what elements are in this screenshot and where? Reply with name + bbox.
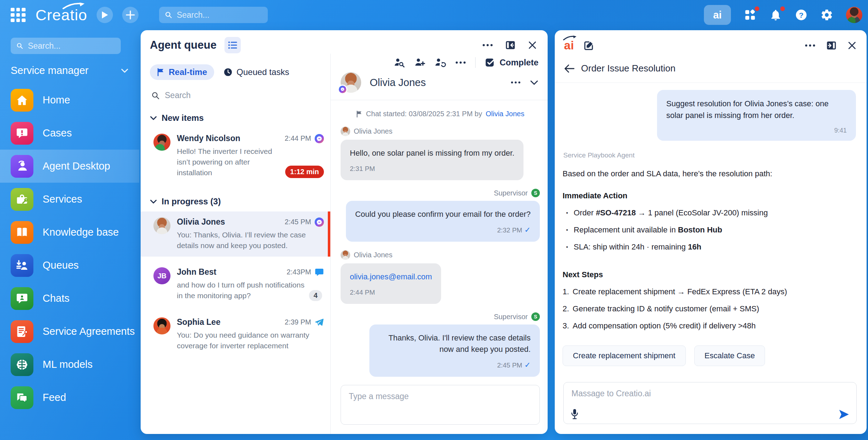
message-bubble-in: olivia.jones@email.com 2:44 PM xyxy=(341,263,441,304)
services-icon xyxy=(11,188,33,211)
contact-link[interactable]: Olivia Jones xyxy=(485,110,524,118)
panel-window-controls xyxy=(482,40,537,50)
avatar xyxy=(153,134,170,151)
sidebar-item-knowledge-base[interactable]: Knowledge base xyxy=(0,216,139,249)
chat-composer[interactable] xyxy=(341,385,540,425)
play-button[interactable] xyxy=(97,7,113,23)
copilot-button[interactable]: ai xyxy=(704,5,731,25)
ai-heading-immediate: Immediate Action xyxy=(563,191,856,200)
sidebar-item-services[interactable]: Services xyxy=(0,183,139,216)
checkbox-icon xyxy=(485,57,495,68)
sidebar-item-ml-models[interactable]: ML models xyxy=(0,348,139,381)
ml-models-icon xyxy=(11,353,33,376)
chat-message-input[interactable] xyxy=(341,385,539,424)
sidebar-item-service-agreements[interactable]: Service Agreements xyxy=(0,315,139,348)
ai-panel-controls xyxy=(805,40,857,51)
sidebar: Service manager Home Cases Agent Desktop… xyxy=(0,30,139,440)
global-search-input[interactable] xyxy=(177,10,262,20)
queue-list: Real-time Queued tasks Search New items … xyxy=(141,60,330,434)
ai-agent-label: Service Playbook Agent xyxy=(563,151,856,159)
tab-real-time[interactable]: Real-time xyxy=(150,64,214,80)
message-time: 2:44 PM xyxy=(350,287,432,298)
agent-search-icon[interactable] xyxy=(394,57,405,68)
ai-bullet: SLA: ship within 24h · remaining 16h xyxy=(563,242,856,252)
ai-conversation-title: Order Issue Resolution xyxy=(581,63,676,74)
sidebar-item-queues[interactable]: Queues xyxy=(0,249,139,282)
list-icon xyxy=(228,41,237,49)
ai-bullet: Replacement unit available in Boston Hub xyxy=(563,225,856,235)
agent-add-icon[interactable] xyxy=(414,57,425,68)
queue-search[interactable]: Search xyxy=(151,91,330,100)
list-view-button[interactable] xyxy=(224,37,241,53)
email-link[interactable]: olivia.jones@email.com xyxy=(350,271,432,283)
notifications-button[interactable] xyxy=(769,9,782,21)
top-bar: Creatio ai ? xyxy=(0,0,868,30)
service-agreements-icon xyxy=(11,320,33,343)
queue-item-olivia[interactable]: Olivia Jones 2:45 PM You: Thanks, Olivia… xyxy=(141,211,330,257)
chevron-down-icon xyxy=(150,116,157,120)
help-button[interactable]: ? xyxy=(795,9,808,21)
cases-icon xyxy=(11,122,33,145)
ai-step: 1.Create replacement shipment → FedEx Ex… xyxy=(563,287,856,296)
more-icon[interactable] xyxy=(805,44,815,47)
ai-bullet: Order #SO-47218 → 1 panel (EcoSolar JV-2… xyxy=(563,208,856,218)
sidebar-search-input[interactable] xyxy=(28,41,115,51)
escalate-case-button[interactable]: Escalate Case xyxy=(694,345,765,366)
more-icon[interactable] xyxy=(482,44,493,47)
more-icon[interactable] xyxy=(455,61,466,64)
delivered-check-icon: ✓ xyxy=(524,361,531,369)
panel-title: Agent queue xyxy=(150,39,217,52)
queue-item-wendy[interactable]: Wendy Nicolson 2:44 PM Hello! The invert… xyxy=(141,128,330,184)
section-in-progress[interactable]: In progress (3) xyxy=(150,197,330,206)
agent-transfer-icon[interactable] xyxy=(435,57,446,68)
message-sender: Supervisor S xyxy=(341,312,540,321)
sidebar-item-feed[interactable]: Feed xyxy=(0,381,139,414)
app-grid-icon[interactable] xyxy=(11,8,26,22)
flag-icon xyxy=(157,68,165,76)
global-search[interactable] xyxy=(159,7,268,23)
gear-icon xyxy=(820,9,833,21)
ai-conversation-title-row: Order Issue Resolution xyxy=(555,52,867,83)
ai-message-input[interactable] xyxy=(564,382,856,405)
sidebar-search[interactable] xyxy=(11,38,121,54)
settings-button[interactable] xyxy=(820,9,833,21)
workspace-selector[interactable]: Service manager xyxy=(11,65,129,76)
chevron-down-icon[interactable] xyxy=(530,80,538,85)
clock-icon xyxy=(223,68,233,77)
close-icon[interactable] xyxy=(847,41,857,50)
microphone-icon[interactable] xyxy=(571,409,579,419)
new-chat-icon[interactable] xyxy=(584,40,594,51)
topbar-actions: ai ? xyxy=(704,0,862,30)
complete-button[interactable]: Complete xyxy=(485,57,538,68)
user-avatar[interactable] xyxy=(846,7,862,23)
sidebar-item-agent-desktop[interactable]: Agent Desktop xyxy=(0,150,139,183)
more-icon[interactable] xyxy=(511,81,521,84)
back-arrow-icon[interactable] xyxy=(564,64,575,73)
marketplace-button[interactable] xyxy=(744,9,756,21)
close-icon[interactable] xyxy=(528,41,537,50)
message-time: 9:41 xyxy=(666,125,847,136)
avatar xyxy=(153,217,170,234)
creatio-ai-panel: ai Order Issue Resolution Suggest resolu… xyxy=(555,30,867,434)
ai-composer[interactable] xyxy=(563,382,857,424)
add-button[interactable] xyxy=(122,7,139,23)
sidebar-item-cases[interactable]: Cases xyxy=(0,117,139,150)
sidebar-item-home[interactable]: Home xyxy=(0,84,139,117)
notification-dot xyxy=(780,6,785,11)
search-icon xyxy=(16,42,23,50)
dock-panel-icon[interactable] xyxy=(505,40,516,50)
tab-queued-tasks[interactable]: Queued tasks xyxy=(223,67,289,77)
chat-started-line: Chat started: 03/08/2025 2:31 PM by Oliv… xyxy=(341,110,540,118)
messenger-icon xyxy=(315,134,324,143)
message-sender: Olivia Jones xyxy=(341,250,540,260)
section-new-items[interactable]: New items xyxy=(150,113,330,123)
queue-item-john[interactable]: JB John Best 2:43PM and how do I turn of… xyxy=(141,262,330,307)
chat-toolbar: Complete xyxy=(331,54,548,68)
send-icon[interactable] xyxy=(839,409,849,419)
queue-item-sophia[interactable]: Sophia Lee 2:39 PM You: Do you need guid… xyxy=(141,312,330,357)
dock-panel-icon[interactable] xyxy=(826,40,837,51)
ai-heading-next-steps: Next Steps xyxy=(563,270,856,279)
sidebar-item-chats[interactable]: Chats xyxy=(0,282,139,315)
create-replacement-shipment-button[interactable]: Create replacement shipment xyxy=(563,345,686,366)
chats-icon xyxy=(11,287,33,310)
